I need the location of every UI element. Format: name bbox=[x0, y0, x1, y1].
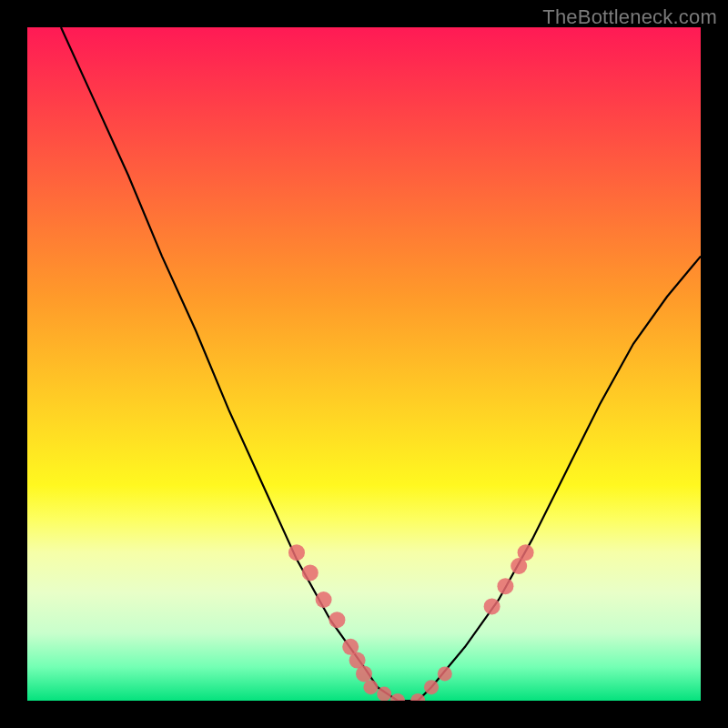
marker-dot bbox=[302, 564, 318, 581]
marker-dot bbox=[484, 598, 500, 614]
v-curve bbox=[61, 27, 701, 701]
chart-svg bbox=[27, 27, 701, 701]
marker-dot bbox=[363, 680, 378, 694]
marker-cluster-right bbox=[484, 544, 534, 614]
marker-dot bbox=[518, 544, 534, 561]
marker-dot bbox=[438, 666, 452, 681]
watermark-text: TheBottleneck.com bbox=[542, 5, 717, 29]
marker-dot bbox=[329, 612, 345, 628]
marker-dot bbox=[377, 687, 391, 701]
marker-cluster-bottom bbox=[363, 666, 451, 701]
marker-cluster-left bbox=[288, 544, 372, 682]
plot-background bbox=[27, 27, 701, 701]
marker-dot bbox=[497, 578, 513, 594]
marker-dot bbox=[424, 680, 439, 694]
chart-frame: TheBottleneck.com bbox=[0, 0, 728, 728]
marker-dot bbox=[316, 592, 332, 608]
marker-dot bbox=[288, 544, 305, 561]
marker-dot bbox=[356, 665, 372, 682]
marker-dot bbox=[390, 693, 405, 701]
